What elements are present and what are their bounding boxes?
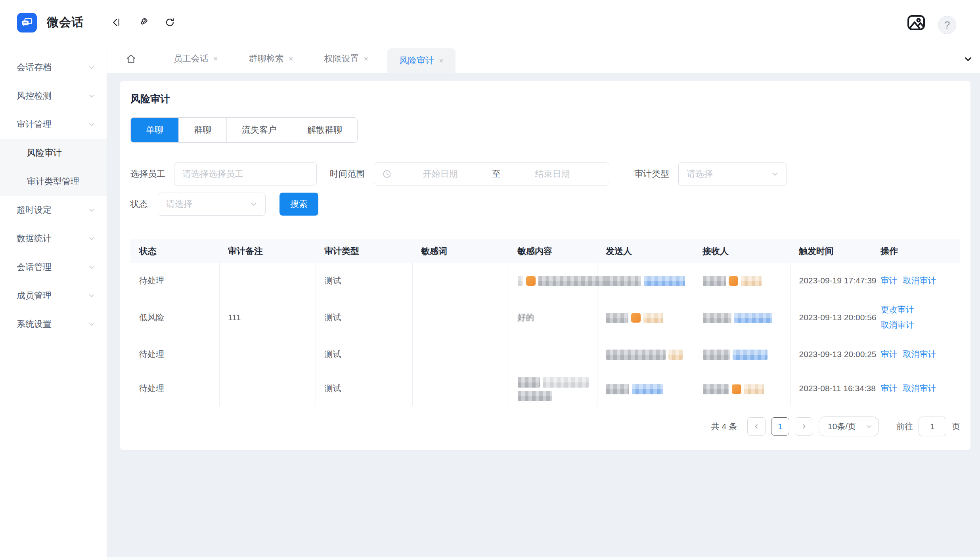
column-header-敏感内容: 敏感内容 (509, 239, 597, 263)
workspace-tab-label: 风险审计 (399, 55, 434, 67)
goto-page-input[interactable] (919, 417, 946, 436)
chat-tab-1[interactable]: 单聊 (131, 118, 178, 142)
action-link-审计[interactable]: 审计 (881, 350, 898, 359)
workspace-tab-4[interactable]: 风险审计× (387, 48, 456, 73)
sidebar-item-1[interactable]: 会话存档 (0, 53, 107, 82)
page-unit-label: 页 (952, 421, 960, 432)
sidebar-subitem-审计类型管理[interactable]: 审计类型管理 (0, 167, 107, 196)
action-link-审计[interactable]: 审计 (881, 276, 898, 285)
next-page-button[interactable] (795, 417, 813, 436)
action-link-取消审计[interactable]: 取消审计 (881, 317, 961, 333)
sender-cell (597, 371, 694, 406)
brush-icon[interactable] (135, 0, 151, 44)
column-header-发送人: 发送人 (597, 239, 694, 263)
column-header-触发时间: 触发时间 (790, 239, 872, 263)
end-date-input[interactable] (504, 169, 601, 179)
sidebar-subitem-label: 风险审计 (27, 147, 62, 159)
prev-page-button[interactable] (747, 417, 766, 436)
sidebar-item-8[interactable]: 系统设置 (0, 310, 107, 338)
sidebar-subitem-label: 审计类型管理 (27, 176, 79, 187)
home-tab-icon[interactable] (107, 44, 155, 73)
chevron-right-icon (800, 423, 808, 430)
chat-type-tabs: 单聊群聊流失客户解散群聊 (130, 117, 358, 143)
sensitive-word-cell (412, 298, 509, 337)
redacted-block (744, 384, 764, 394)
close-tab-icon[interactable]: × (289, 54, 293, 63)
sidebar-item-6[interactable]: 会话管理 (0, 253, 107, 281)
status-select[interactable]: 请选择 (158, 193, 266, 216)
sensitive-content-cell: ... (509, 263, 597, 298)
audit-type-select[interactable]: 请选择 (678, 162, 787, 185)
chat-tab-3[interactable]: 流失客户 (226, 118, 292, 142)
sender-cell (597, 263, 694, 298)
date-range-label: 时间范围 (330, 168, 365, 180)
workspace-tab-2[interactable]: 群聊检索× (237, 44, 305, 73)
pagination: 共 4 条 1 10条/页 前往 页 (130, 417, 960, 436)
column-header-接收人: 接收人 (694, 239, 790, 263)
image-placeholder-icon[interactable] (905, 13, 927, 32)
search-button[interactable]: 搜索 (279, 193, 318, 216)
redacted-block (631, 313, 641, 323)
close-tab-icon[interactable]: × (213, 54, 218, 63)
refresh-icon[interactable] (162, 0, 178, 44)
sidebar-item-7[interactable]: 成员管理 (0, 281, 107, 310)
sidebar-item-3[interactable]: 审计管理 (0, 110, 107, 139)
audit-type-cell: 测试 (316, 337, 412, 371)
start-date-input[interactable] (392, 169, 489, 179)
sidebar-item-2[interactable]: 风控检测 (0, 82, 107, 110)
receiver-cell (694, 371, 790, 406)
redacted-block (606, 276, 641, 286)
sidebar-item-4[interactable]: 超时设定 (0, 196, 107, 224)
help-icon[interactable]: ? (938, 16, 956, 34)
redacted-block (668, 350, 683, 360)
actions-cell: 更改审计取消审计 (872, 298, 960, 337)
action-link-取消审计[interactable]: 取消审计 (903, 350, 936, 359)
bottom-strip (107, 557, 980, 560)
action-link-取消审计[interactable]: 取消审计 (903, 384, 936, 393)
date-range-picker[interactable]: 至 (374, 162, 609, 185)
sidebar-item-label: 审计管理 (17, 118, 88, 130)
page-size-select[interactable]: 10条/页 (819, 417, 879, 436)
question-mark: ? (944, 19, 950, 31)
chat-tab-2[interactable]: 群聊 (178, 118, 226, 142)
sensitive-content-cell: 好的 (509, 298, 597, 337)
sensitive-word-cell (412, 263, 509, 298)
sidebar-subitem-风险审计[interactable]: 风险审计 (0, 139, 107, 167)
employee-select[interactable] (174, 162, 317, 185)
redacted-block (703, 350, 730, 360)
close-tab-icon[interactable]: × (364, 54, 368, 63)
audit-type-placeholder: 请选择 (687, 168, 713, 180)
column-header-操作: 操作 (872, 239, 960, 263)
close-tab-icon[interactable]: × (439, 56, 444, 65)
table-row: 待处理测试...2023-09-19 17:47:39审计取消审计 (130, 263, 960, 298)
employee-select-input[interactable] (182, 169, 308, 179)
action-link-取消审计[interactable]: 取消审计 (903, 276, 936, 285)
column-header-审计类型: 审计类型 (316, 239, 412, 263)
redacted-line (703, 382, 790, 395)
trigger-time-cell: 2023-09-19 17:47:39 (790, 263, 872, 298)
status-cell: 待处理 (130, 263, 219, 298)
chevron-down-icon (88, 63, 96, 71)
sensitive-content-cell (509, 371, 597, 406)
current-page-button[interactable]: 1 (771, 417, 789, 436)
redacted-block (606, 313, 628, 323)
audit-type-cell: 测试 (316, 298, 412, 337)
sidebar-item-label: 系统设置 (17, 318, 88, 330)
sidebar-item-5[interactable]: 数据统计 (0, 224, 107, 253)
workspace-tab-3[interactable]: 权限设置× (312, 44, 380, 73)
action-link-更改审计[interactable]: 更改审计 (881, 302, 961, 317)
redacted-block (729, 276, 738, 286)
column-header-敏感词: 敏感词 (412, 239, 509, 263)
redacted-block (734, 313, 772, 323)
goto-label: 前往 (896, 421, 913, 432)
action-link-审计[interactable]: 审计 (881, 384, 898, 393)
tabbar-chevron-down-icon[interactable] (963, 44, 973, 73)
chat-tab-4[interactable]: 解散群聊 (292, 118, 357, 142)
redacted-block (703, 276, 726, 286)
collapse-sidebar-icon[interactable] (108, 0, 124, 44)
table-row: 待处理测试2023-08-11 16:34:38审计取消审计 (130, 371, 960, 406)
workspace-tab-1[interactable]: 员工会话× (162, 44, 230, 73)
trigger-time-cell: 2023-09-13 20:00:25 (790, 337, 872, 371)
receiver-cell (694, 263, 790, 298)
sender-cell (597, 298, 694, 337)
